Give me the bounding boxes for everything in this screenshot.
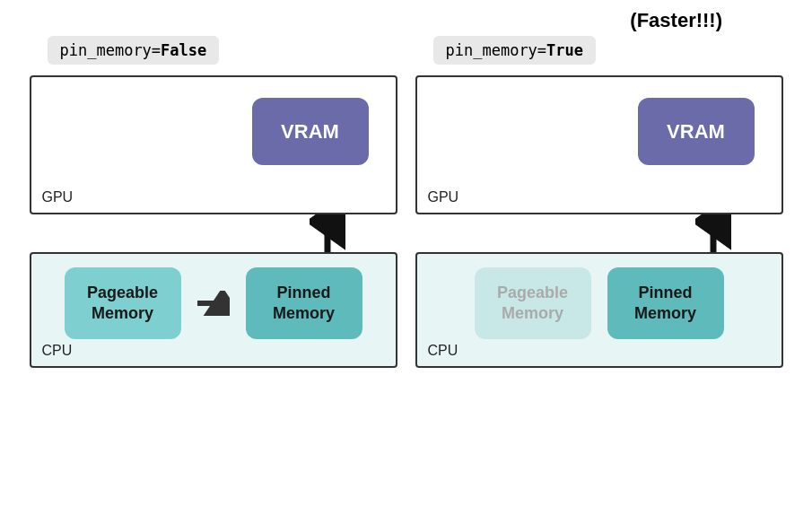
right-arrow-up-svg [695,214,731,252]
left-gpu-box: VRAM GPU [30,75,397,214]
right-cpu-label: CPU [428,343,458,359]
right-pageable-memory-label: PageableMemory [497,283,568,325]
left-gpu-label: GPU [42,189,74,205]
right-pinned-memory-box: PinnedMemory [607,267,724,339]
left-vram-box: VRAM [252,98,369,165]
right-pageable-memory-box: PageableMemory [475,267,591,339]
left-pageable-memory-label: PageableMemory [87,283,158,325]
left-arrow-up-svg [310,214,345,252]
left-cpu-label: CPU [42,343,73,359]
right-pinned-memory-label: PinnedMemory [634,283,696,325]
left-arrow-right [197,291,230,316]
left-pinned-memory-label: PinnedMemory [273,283,335,325]
left-diagram: pin_memory=False VRAM GPU [30,36,397,368]
right-diagram: pin_memory=True VRAM GPU P [415,36,783,368]
left-vram-label: VRAM [281,120,339,144]
right-vram-label: VRAM [667,120,725,144]
left-cpu-box: PageableMemory PinnedMemory CPU [30,252,397,368]
right-gpu-box: VRAM GPU [415,75,783,214]
right-gpu-label: GPU [428,189,459,205]
diagrams-row: pin_memory=False VRAM GPU [18,36,794,368]
right-vram-box: VRAM [638,98,755,165]
right-cpu-box: PageableMemory PinnedMemory CPU [415,252,783,368]
left-arrow-up-container [30,214,397,252]
left-right-arrow-svg [197,291,230,316]
faster-label: (Faster!!!) [630,9,722,32]
right-code-label: pin_memory=True [433,36,597,65]
left-code-label: pin_memory=False [48,36,220,65]
left-pageable-memory-box: PageableMemory [65,267,181,339]
left-pinned-memory-box: PinnedMemory [246,267,362,339]
right-arrow-up-container [415,214,783,252]
